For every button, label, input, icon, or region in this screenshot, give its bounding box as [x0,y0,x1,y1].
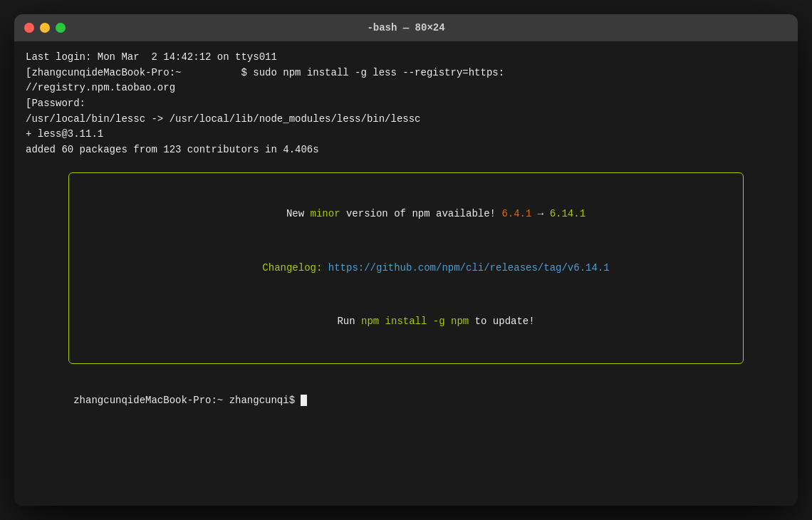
final-prompt-line: zhangcunqideMacBook-Pro:~ zhangcunqi$ [26,378,786,425]
title-bar: -bash — 80×24 [14,14,798,41]
terminal-window: -bash — 80×24 Last login: Mon Mar 2 14:4… [14,14,798,506]
plus-less-line: + less@3.11.1 [26,127,786,142]
npm-cmd: npm install -g npm [361,316,469,327]
minor-text: minor [311,208,340,219]
terminal-content: Last login: Mon Mar 2 14:42:12 on ttys01… [26,50,786,425]
maximize-button[interactable] [56,23,66,33]
prompt-text: [zhangcunqideMacBook-Pro:~ [26,67,181,78]
changelog-label: Changelog: [262,262,328,274]
run-text: Run [337,316,361,327]
old-version: 6.4.1 [501,208,531,219]
update-line2: Changelog: https://github.com/npm/cli/re… [98,241,714,295]
version-text: version of npm available! [340,208,502,219]
terminal-body[interactable]: Last login: Mon Mar 2 14:42:12 on ttys01… [14,41,798,506]
new-version: 6.14.1 [550,208,585,219]
cmd-text: $ sudo npm install -g less --registry=ht… [181,67,504,78]
changelog-link: https://github.com/npm/cli/releases/tag/… [328,262,610,274]
login-line: Last login: Mon Mar 2 14:42:12 on ttys01… [26,50,786,66]
arrow-text: → [531,208,549,219]
registry-line: //registry.npm.taobao.org [26,80,786,96]
to-update-text: to update! [469,316,534,327]
window-title: -bash — 80×24 [367,22,444,33]
update-line1: New minor version of npm available! 6.4.… [98,187,714,241]
cursor [301,395,307,406]
update-notification-box: New minor version of npm available! 6.4.… [68,172,744,364]
symlink-line: /usr/local/bin/lessc -> /usr/local/lib/n… [26,112,786,128]
added-line: added 60 packages from 123 contributors … [26,142,786,158]
minimize-button[interactable] [40,23,50,33]
cmd-line: [zhangcunqideMacBook-Pro:~ $ sudo npm in… [26,66,786,81]
final-prompt-text: zhangcunqideMacBook-Pro:~ zhangcunqi$ [73,395,301,406]
close-button[interactable] [24,23,34,33]
password-line: [Password: [26,96,786,112]
new-text: New [286,208,311,219]
window-controls [24,23,66,33]
update-line3: Run npm install -g npm to update! [98,295,714,349]
